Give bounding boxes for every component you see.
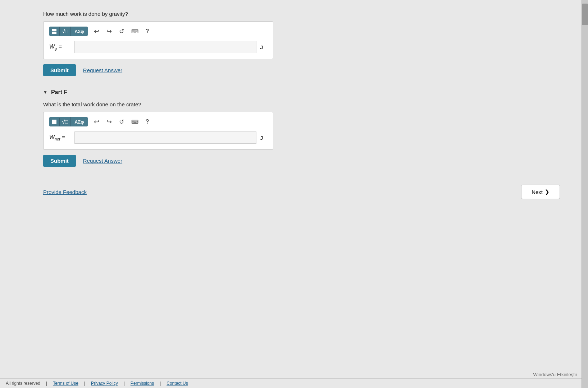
- keyboard-button-f[interactable]: ⌨: [129, 117, 141, 126]
- undo-button-e[interactable]: ↩: [91, 26, 102, 37]
- part-e-submit-button[interactable]: Submit: [43, 64, 76, 76]
- part-f-answer-box: √□ ΑΣφ ↩ ↪ ↺ ⌨ ? Wnet = J: [43, 112, 273, 150]
- part-f-section: ▼ Part F What is the total work done on …: [43, 89, 560, 167]
- copyright-text: All rights reserved: [6, 381, 40, 386]
- sqrt-button-f[interactable]: √□: [60, 117, 71, 126]
- part-e-answer-box: √□ ΑΣφ ↩ ↪ ↺ ⌨ ? Wg = J: [43, 21, 273, 59]
- part-f-btn-group[interactable]: √□ ΑΣφ: [49, 117, 88, 126]
- terms-link[interactable]: Terms of Use: [53, 381, 78, 386]
- part-f-title: Part F: [51, 89, 67, 96]
- part-e-input-row: Wg = J: [49, 41, 267, 53]
- part-e-input[interactable]: [74, 41, 256, 53]
- part-e-unit: J: [260, 44, 267, 50]
- redo-button-e[interactable]: ↪: [104, 26, 114, 37]
- part-f-header: ▼ Part F: [43, 89, 560, 96]
- privacy-link[interactable]: Privacy Policy: [91, 381, 118, 386]
- part-f-actions: Submit Request Answer: [43, 155, 560, 167]
- part-f-request-answer[interactable]: Request Answer: [83, 158, 122, 164]
- part-f-toolbar: √□ ΑΣφ ↩ ↪ ↺ ⌨ ?: [49, 116, 267, 127]
- symbol-button-e[interactable]: ΑΣφ: [71, 27, 88, 36]
- next-label: Next: [532, 189, 543, 195]
- part-e-toolbar: √□ ΑΣφ ↩ ↪ ↺ ⌨ ?: [49, 26, 267, 37]
- windows-watermark: Windows'u Etkinleştir: [533, 372, 577, 377]
- scrollbar-thumb[interactable]: [582, 4, 588, 25]
- redo-button-f[interactable]: ↪: [104, 116, 114, 127]
- part-f-input-row: Wnet = J: [49, 131, 267, 144]
- symbol-button-f[interactable]: ΑΣφ: [71, 117, 88, 126]
- part-f-collapse-arrow[interactable]: ▼: [43, 90, 47, 95]
- keyboard-button-e[interactable]: ⌨: [129, 27, 141, 36]
- footer-bar: Provide Feedback Next ❯: [43, 180, 560, 199]
- contact-link[interactable]: Contact Us: [167, 381, 188, 386]
- part-e-section: How much work is done by gravity?: [43, 11, 560, 76]
- next-arrow-icon: ❯: [545, 189, 550, 195]
- refresh-button-f[interactable]: ↺: [117, 117, 127, 127]
- part-f-input[interactable]: [74, 131, 256, 144]
- matrix-button-e[interactable]: [49, 27, 60, 36]
- matrix-button-f[interactable]: [49, 118, 60, 126]
- part-e-actions: Submit Request Answer: [43, 64, 560, 76]
- refresh-button-e[interactable]: ↺: [117, 26, 127, 37]
- undo-button-f[interactable]: ↩: [91, 116, 102, 127]
- part-f-submit-button[interactable]: Submit: [43, 155, 76, 167]
- permissions-link[interactable]: Permissions: [131, 381, 154, 386]
- help-button-f[interactable]: ?: [143, 117, 152, 126]
- feedback-link[interactable]: Provide Feedback: [43, 189, 87, 195]
- part-e-question: How much work is done by gravity?: [43, 11, 560, 17]
- scrollbar[interactable]: [582, 0, 588, 388]
- part-e-request-answer[interactable]: Request Answer: [83, 67, 122, 73]
- part-f-question: What is the total work done on the crate…: [43, 101, 560, 107]
- part-e-math-label: Wg =: [49, 43, 71, 51]
- part-f-math-label: Wnet =: [49, 134, 71, 141]
- help-button-e[interactable]: ?: [143, 27, 152, 36]
- sqrt-button-e[interactable]: √□: [60, 27, 71, 36]
- part-e-btn-group[interactable]: √□ ΑΣφ: [49, 27, 88, 36]
- bottom-bar: All rights reserved | Terms of Use | Pri…: [0, 378, 582, 388]
- part-f-unit: J: [260, 135, 267, 141]
- next-button[interactable]: Next ❯: [521, 185, 560, 199]
